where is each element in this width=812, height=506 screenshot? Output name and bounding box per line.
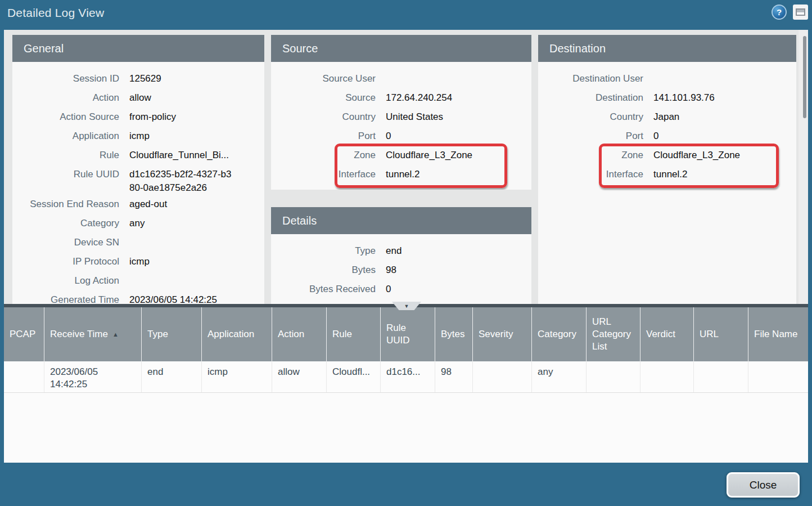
maximize-window-icon[interactable] <box>793 5 808 20</box>
dialog-content: General Session ID 125629 Action allow A… <box>4 30 808 463</box>
general-panel: General Session ID 125629 Action allow A… <box>12 35 264 304</box>
field-label: IP Protocol <box>12 255 129 271</box>
field-value <box>129 236 264 252</box>
field-row-log-action: Log Action <box>12 271 264 290</box>
field-value: 0 <box>653 129 796 146</box>
field-value: 2023/06/05 14:42:25 <box>129 293 264 304</box>
col-header-pcap[interactable]: PCAP <box>4 307 44 361</box>
log-table: PCAP Receive Time▲ Type Application Acti… <box>4 304 808 463</box>
cell-verdict <box>640 361 694 392</box>
log-table-empty-area <box>4 393 808 463</box>
field-value <box>129 274 264 290</box>
field-label: Country <box>271 110 386 127</box>
field-row-destination-port: Port 0 <box>538 127 796 146</box>
field-value: any <box>129 217 264 233</box>
field-value: Japan <box>653 110 796 127</box>
source-zone-interface-group: Zone Cloudflare_L3_Zone Interface tunnel… <box>271 146 531 184</box>
field-label: Country <box>538 110 653 127</box>
field-label: Bytes Received <box>271 283 386 299</box>
field-value: 0 <box>386 283 531 299</box>
field-label: Source User <box>271 72 386 88</box>
field-row-generated-time: Generated Time 2023/06/05 14:42:25 <box>12 290 264 304</box>
col-header-severity[interactable]: Severity <box>473 307 532 361</box>
field-label: Destination <box>538 91 653 108</box>
field-row-category: Category any <box>12 214 264 233</box>
cell-file-name <box>748 361 807 392</box>
col-header-rule-uuid[interactable]: Rule UUID <box>381 307 435 361</box>
field-row-source: Source 172.64.240.254 <box>271 88 531 108</box>
col-header-bytes[interactable]: Bytes <box>435 307 473 361</box>
details-panel-body: Type end Bytes 98 Bytes Received 0 <box>271 234 531 299</box>
field-value: 98 <box>386 263 531 280</box>
col-header-action[interactable]: Action <box>272 307 327 361</box>
close-button[interactable]: Close <box>727 472 800 498</box>
close-button-label: Close <box>750 479 777 491</box>
field-value: end <box>386 244 531 261</box>
field-label: Bytes <box>271 263 386 280</box>
col-header-rule[interactable]: Rule <box>327 307 381 361</box>
col-header-url[interactable]: URL <box>694 307 748 361</box>
field-value: allow <box>129 91 264 108</box>
vertical-scrollbar-thumb[interactable] <box>803 36 806 118</box>
field-row-destination-user: Destination User <box>538 69 796 88</box>
col-header-verdict[interactable]: Verdict <box>640 307 694 361</box>
field-label: Category <box>12 217 129 233</box>
cell-url <box>694 361 748 392</box>
field-row-session-end-reason: Session End Reason aged-out <box>12 195 264 214</box>
field-label: Log Action <box>12 274 129 290</box>
field-row-destination: Destination 141.101.93.76 <box>538 88 796 108</box>
destination-panel: Destination Destination User Destination… <box>538 35 796 304</box>
cell-type: end <box>142 361 202 392</box>
col-header-label: Severity <box>479 328 513 341</box>
col-header-file-name[interactable]: File Name <box>748 307 807 361</box>
col-header-application[interactable]: Application <box>202 307 272 361</box>
field-value: icmp <box>129 129 264 146</box>
col-header-label: URL <box>700 328 719 341</box>
field-row-source-country: Country United States <box>271 108 531 127</box>
field-row-bytes-received: Bytes Received 0 <box>271 280 531 299</box>
col-header-type[interactable]: Type <box>142 307 202 361</box>
field-label: Port <box>538 129 653 146</box>
log-table-row[interactable]: 2023/06/05 14:42:25 end icmp allow Cloud… <box>4 361 808 393</box>
field-value: Cloudflare_L3_Zone <box>653 149 796 165</box>
help-icon[interactable]: ? <box>772 5 787 20</box>
col-header-label: Rule <box>332 328 352 341</box>
col-header-receive-time[interactable]: Receive Time▲ <box>44 307 142 361</box>
col-header-label: Type <box>147 328 168 341</box>
dialog-title: Detailed Log View <box>7 0 104 26</box>
col-header-label: Rule UUID <box>386 322 429 347</box>
field-label: Source <box>271 91 386 108</box>
col-header-category[interactable]: Category <box>532 307 587 361</box>
field-row-action: Action allow <box>12 88 264 108</box>
field-label: Interface <box>271 168 386 184</box>
col-header-url-category-list[interactable]: URL Category List <box>587 307 640 361</box>
sort-ascending-icon: ▲ <box>112 328 119 341</box>
window-frame-icon <box>796 8 805 16</box>
field-row-bytes: Bytes 98 <box>271 261 531 280</box>
cell-category: any <box>532 361 587 392</box>
field-label: Generated Time <box>12 293 129 304</box>
field-value: 0 <box>386 129 531 146</box>
field-value: 141.101.93.76 <box>653 91 796 108</box>
field-value: tunnel.2 <box>386 168 531 184</box>
field-row-destination-interface: Interface tunnel.2 <box>538 165 796 184</box>
field-value: United States <box>386 110 531 127</box>
field-label: Rule UUID <box>12 168 129 195</box>
log-table-header: PCAP Receive Time▲ Type Application Acti… <box>4 307 808 361</box>
field-row-rule-uuid: Rule UUID d1c16235-b2f2-4327-b380-0ae187… <box>12 165 264 195</box>
field-row-destination-country: Country Japan <box>538 108 796 127</box>
field-value: Cloudflare_Tunnel_Bi... <box>129 149 264 165</box>
cell-pcap <box>4 361 44 392</box>
cell-application: icmp <box>202 361 272 392</box>
chevron-down-icon: ▼ <box>404 303 409 309</box>
cell-action: allow <box>272 361 327 392</box>
field-row-action-source: Action Source from-policy <box>12 108 264 127</box>
field-label: Device SN <box>12 236 129 252</box>
col-header-label: Action <box>278 328 304 341</box>
col-header-label: Category <box>538 328 576 341</box>
col-header-label: Application <box>207 328 254 341</box>
field-row-destination-zone: Zone Cloudflare_L3_Zone <box>538 146 796 165</box>
vertical-scrollbar-track[interactable] <box>799 30 808 304</box>
destination-panel-title: Destination <box>538 35 796 62</box>
details-panel-title: Details <box>271 207 531 234</box>
